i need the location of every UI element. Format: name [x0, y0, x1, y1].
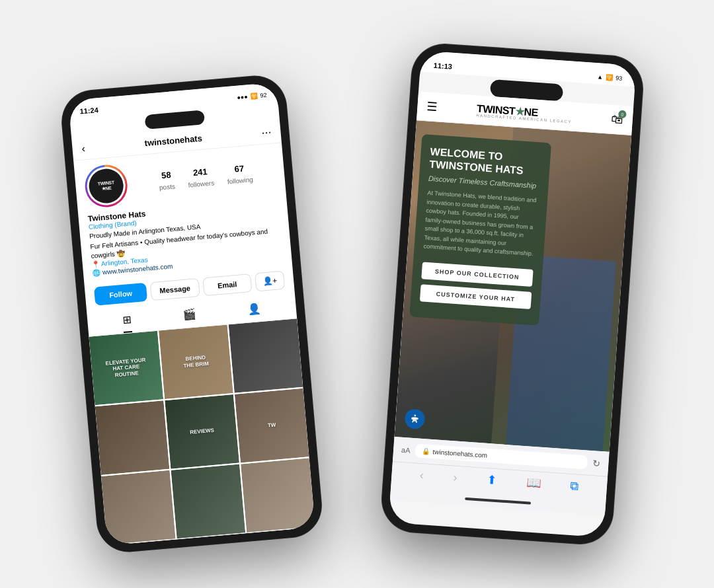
- right-wifi-icon: 🛜: [606, 74, 614, 81]
- tagged-tab[interactable]: 👤: [247, 297, 262, 322]
- right-battery-icon: 93: [615, 75, 623, 82]
- grid-item-9[interactable]: [241, 458, 315, 533]
- cart-badge: 0: [618, 110, 627, 119]
- follow-button[interactable]: Follow: [94, 283, 147, 306]
- right-status-time: 11:13: [433, 61, 452, 71]
- following-stat: 67 following: [226, 163, 254, 186]
- dynamic-island-left: [145, 110, 206, 129]
- ig-username: twinstonehats: [144, 133, 202, 149]
- grid-tile-1: ELEVATE YOURHAT CAREROUTINE: [89, 331, 163, 406]
- more-options-icon[interactable]: ···: [261, 125, 272, 139]
- grid-tile-2: BEHINDTHE BRIM: [159, 324, 233, 399]
- followers-count: 241: [186, 166, 214, 178]
- ig-bio: Twinstone Hats Clothing (Brand) Proudly …: [87, 198, 282, 277]
- browser-forward-icon[interactable]: ›: [453, 470, 457, 484]
- back-icon[interactable]: ‹: [81, 143, 86, 155]
- wifi-icon: 🛜: [250, 92, 258, 100]
- right-phone-screen: 11:13 ▲ 🛜 93 ☰ TWINST★NE HANDCRAFTED AME…: [388, 51, 636, 538]
- grid-tab[interactable]: ⊞: [122, 308, 132, 333]
- grid-tile-5: REVIEWS: [165, 394, 239, 469]
- grid-item-1[interactable]: ELEVATE YOURHAT CAREROUTINE: [89, 331, 163, 406]
- following-count: 67: [226, 163, 253, 174]
- svg-point-0: [414, 414, 416, 416]
- profile-nav-icon[interactable]: 👤: [286, 535, 304, 546]
- followers-stat: 241 followers: [186, 166, 214, 190]
- reels-nav-icon[interactable]: 📱: [243, 538, 261, 545]
- add-contact-button[interactable]: 👤+: [255, 271, 285, 292]
- cart-icon[interactable]: 🛍 0: [611, 112, 623, 127]
- left-phone-frame: 11:24 ●●● 🛜 92 ‹ twinstonehats ···: [60, 74, 324, 554]
- lock-icon: 🔒: [422, 447, 430, 455]
- ig-profile: TWINST★NE 58 posts 241: [73, 143, 292, 283]
- browser-back-icon[interactable]: ‹: [419, 468, 424, 482]
- hero-card: WELCOME TO TWINSTONE HATS Discover Timel…: [409, 134, 551, 326]
- signal-bars-icon: ●●●: [237, 93, 248, 100]
- posts-label: posts: [159, 182, 175, 191]
- tile-2-text: BEHINDTHE BRIM: [180, 351, 212, 372]
- hero-description: At Twinstone Hats, we blend tradition an…: [423, 189, 538, 259]
- right-signal-icon: ▲: [597, 73, 604, 81]
- left-phone-screen: 11:24 ●●● 🛜 92 ‹ twinstonehats ···: [68, 83, 315, 546]
- ig-stats: 58 posts 241 followers 67 following: [136, 161, 276, 194]
- left-status-icons: ●●● 🛜 92: [237, 92, 267, 101]
- tile-5-text: REVIEWS: [186, 425, 217, 439]
- grid-item-6[interactable]: TW: [235, 388, 309, 463]
- posts-stat: 58 posts: [158, 169, 176, 192]
- web-hero: WELCOME TO TWINSTONE HATS Discover Timel…: [394, 120, 631, 452]
- reels-tab[interactable]: 🎬: [182, 302, 197, 328]
- customize-hat-button[interactable]: CUSTOMIZE YOUR HAT: [420, 284, 532, 309]
- shop-collection-button[interactable]: SHOP OUR COLLECTION: [421, 262, 533, 287]
- reload-icon[interactable]: ↻: [592, 458, 601, 469]
- grid-item-8[interactable]: [171, 464, 246, 539]
- left-status-time: 11:24: [79, 106, 99, 115]
- avatar-logo: TWINST★NE: [98, 180, 115, 192]
- grid-tile-4: [95, 400, 170, 475]
- followers-label: followers: [188, 179, 214, 188]
- grid-item-5[interactable]: REVIEWS: [165, 394, 239, 469]
- email-button[interactable]: Email: [202, 274, 252, 296]
- scene: 11:24 ●●● 🛜 92 ‹ twinstonehats ···: [60, 30, 654, 558]
- grid-tile-7: [101, 470, 176, 545]
- grid-tile-9: [241, 458, 315, 533]
- grid-tile-6: TW: [235, 388, 309, 463]
- grid-tile-8: [171, 464, 246, 539]
- message-button[interactable]: Message: [150, 278, 200, 301]
- posts-count: 58: [158, 169, 175, 180]
- right-phone-frame: 11:13 ▲ 🛜 93 ☰ TWINST★NE HANDCRAFTED AME…: [380, 42, 645, 546]
- grid-item-4[interactable]: [95, 400, 170, 475]
- avatar-image: TWINST★NE: [87, 167, 124, 204]
- font-size-icon[interactable]: aA: [401, 445, 411, 454]
- globe-icon: 🌐: [93, 269, 101, 277]
- following-label: following: [227, 176, 253, 185]
- ig-photo-grid: ELEVATE YOURHAT CAREROUTINE BEHINDTHE BR…: [89, 318, 315, 544]
- url-text: twinstonehats.com: [432, 448, 487, 459]
- left-phone: 11:24 ●●● 🛜 92 ‹ twinstonehats ···: [60, 74, 324, 554]
- avatar-inner: TWINST★NE: [85, 165, 127, 207]
- tile-1-text: ELEVATE YOURHAT CAREROUTINE: [102, 354, 150, 383]
- battery-icon: 92: [260, 92, 267, 99]
- location-icon: 📍: [91, 260, 100, 268]
- grid-tile-3: [229, 318, 303, 393]
- hamburger-menu-icon[interactable]: ☰: [426, 99, 438, 114]
- hero-title: WELCOME TO TWINSTONE HATS: [429, 145, 541, 178]
- tile-6-text: TW: [264, 419, 279, 431]
- brand-logo[interactable]: TWINST★NE HANDCRAFTED AMERICAN LEGACY: [476, 102, 573, 124]
- grid-item-2[interactable]: BEHINDTHE BRIM: [159, 324, 233, 399]
- right-status-icons: ▲ 🛜 93: [597, 73, 623, 82]
- grid-item-3[interactable]: [229, 318, 303, 393]
- browser-tabs-icon[interactable]: ⧉: [570, 478, 579, 493]
- avatar: TWINST★NE: [83, 163, 129, 209]
- browser-bookmarks-icon[interactable]: 📖: [526, 475, 541, 490]
- grid-item-7[interactable]: [101, 470, 176, 545]
- browser-share-icon[interactable]: ⬆: [487, 472, 497, 488]
- right-phone: 11:13 ▲ 🛜 93 ☰ TWINST★NE HANDCRAFTED AME…: [380, 42, 645, 546]
- new-post-nav-icon[interactable]: ⊕: [206, 542, 219, 546]
- home-bar: [465, 497, 531, 505]
